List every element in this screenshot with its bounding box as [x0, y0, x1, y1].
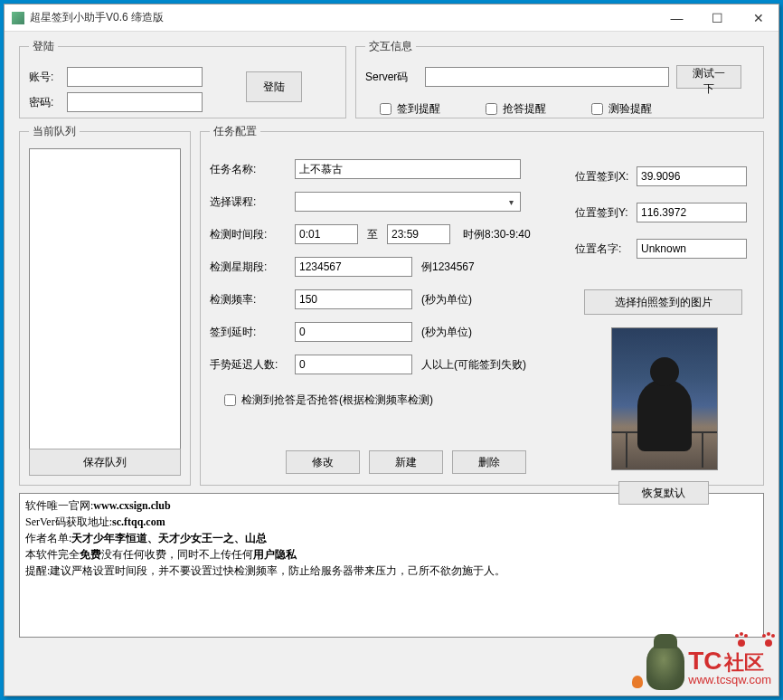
test-button[interactable]: 测试一下	[676, 65, 741, 89]
course-select[interactable]: ▾	[295, 192, 521, 212]
close-button[interactable]: ✕	[738, 5, 778, 32]
task-name-label: 任务名称:	[210, 162, 295, 177]
server-input[interactable]	[425, 67, 669, 87]
task-name-input[interactable]	[295, 159, 521, 179]
time-range-label: 检测时间段:	[210, 227, 295, 242]
queue-list[interactable]	[29, 148, 181, 456]
delete-button[interactable]: 删除	[452, 450, 526, 474]
restore-default-button[interactable]: 恢复默认	[618, 481, 709, 505]
loc-y-input[interactable]	[637, 203, 747, 222]
answer-reminder-checkbox[interactable]: 抢答提醒	[486, 101, 546, 117]
titlebar[interactable]: 超星签到小助手V0.6 缔造版 — ☐ ✕	[5, 5, 778, 32]
chevron-down-icon: ▾	[504, 194, 518, 209]
account-label: 账号:	[29, 70, 67, 85]
loc-x-input[interactable]	[637, 166, 747, 186]
delay-label: 签到延时:	[210, 325, 295, 340]
info-textarea[interactable]: 软件唯一官网:www.cxsign.club SerVer码获取地址:sc.ft…	[19, 493, 764, 638]
interaction-legend: 交互信息	[365, 39, 416, 54]
gesture-label: 手势延迟人数:	[210, 357, 295, 373]
time-example: 时例8:30-9:40	[463, 227, 531, 242]
account-input[interactable]	[67, 67, 203, 87]
interaction-group: 交互信息 Server码 测试一下 签到提醒 抢答提醒 测验提醒	[355, 39, 764, 118]
loc-name-input[interactable]	[637, 239, 747, 259]
gesture-input[interactable]	[295, 355, 412, 374]
password-label: 密码:	[29, 95, 67, 110]
course-label: 选择课程:	[210, 194, 295, 210]
queue-group: 当前队列 保存队列	[19, 124, 191, 486]
modify-button[interactable]: 修改	[286, 450, 360, 474]
week-example: 例1234567	[421, 260, 475, 275]
gesture-unit: 人以上(可能签到失败)	[421, 357, 526, 373]
password-input[interactable]	[67, 92, 203, 112]
time-from-input[interactable]	[295, 224, 358, 244]
loc-name-label: 位置名字:	[575, 241, 637, 257]
auto-answer-checkbox[interactable]: 检测到抢答是否抢答(根据检测频率检测)	[224, 393, 433, 408]
delay-unit: (秒为单位)	[421, 325, 472, 340]
loc-x-label: 位置签到X:	[575, 169, 637, 184]
freq-label: 检测频率:	[210, 292, 295, 307]
minimize-button[interactable]: —	[656, 5, 697, 32]
loc-y-label: 位置签到Y:	[575, 205, 637, 221]
content-area: 登陆 账号: 密码: 登陆 交互信	[5, 32, 778, 645]
config-legend: 任务配置	[210, 124, 260, 139]
choose-photo-button[interactable]: 选择拍照签到的图片	[584, 289, 742, 315]
app-window: 超星签到小助手V0.6 缔造版 — ☐ ✕ 登陆 账号: 密码:	[4, 4, 779, 696]
exam-reminder-checkbox[interactable]: 测验提醒	[591, 101, 652, 117]
maximize-button[interactable]: ☐	[697, 5, 738, 32]
login-button[interactable]: 登陆	[246, 71, 302, 102]
location-panel: 位置签到X: 位置签到Y: 位置名字: 选择拍照签到的图片	[575, 166, 754, 505]
watermark-logo: TC社区 www.tcsqw.com	[646, 643, 771, 690]
week-input[interactable]	[295, 257, 412, 277]
watermark: TC社区 www.tcsqw.com	[646, 643, 771, 690]
new-button[interactable]: 新建	[369, 450, 443, 474]
queue-legend: 当前队列	[29, 124, 80, 139]
server-label: Server码	[365, 70, 418, 85]
freq-input[interactable]	[295, 289, 412, 309]
photo-preview[interactable]	[611, 327, 718, 470]
save-queue-button[interactable]: 保存队列	[29, 449, 181, 476]
window-title: 超星签到小助手V0.6 缔造版	[30, 10, 656, 25]
app-icon	[12, 12, 24, 24]
signin-reminder-checkbox[interactable]: 签到提醒	[380, 101, 440, 117]
time-to-word: 至	[367, 227, 378, 242]
time-to-input[interactable]	[387, 224, 450, 244]
window-controls: — ☐ ✕	[656, 5, 778, 32]
task-config-group: 任务配置 任务名称: 选择课程: ▾ 检测时间段: 至	[200, 124, 764, 486]
login-group: 登陆 账号: 密码: 登陆	[19, 39, 346, 118]
delay-input[interactable]	[295, 322, 412, 342]
login-legend: 登陆	[29, 39, 58, 54]
week-label: 检测星期段:	[210, 260, 295, 275]
freq-unit: (秒为单位)	[421, 292, 472, 307]
